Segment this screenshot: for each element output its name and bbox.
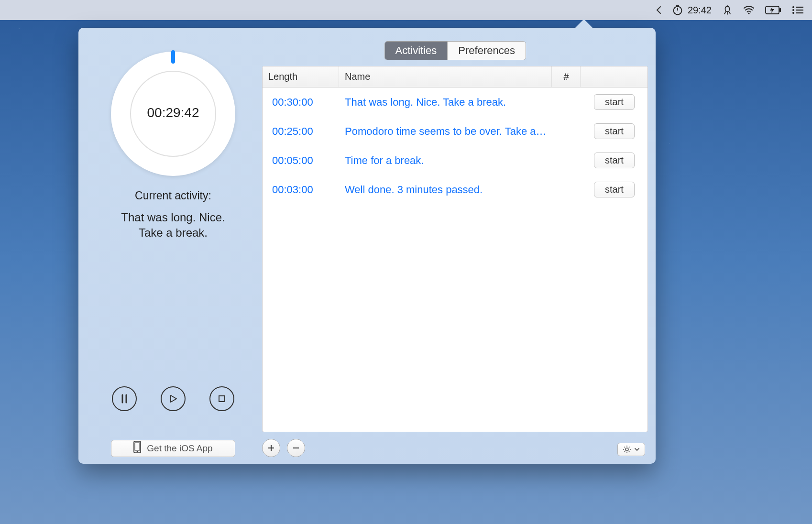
svg-point-10 bbox=[792, 12, 794, 14]
menubar-timer-item[interactable]: 29:42 bbox=[672, 5, 712, 16]
svg-point-21 bbox=[625, 448, 628, 451]
menu-list-icon[interactable] bbox=[792, 6, 803, 14]
table-row[interactable]: 00:25:00Pomodoro time seems to be over. … bbox=[263, 117, 647, 146]
cell-name: Time for a break. bbox=[339, 150, 552, 172]
cell-count bbox=[552, 98, 581, 107]
tab-activities[interactable]: Activities bbox=[385, 42, 448, 60]
settings-button[interactable] bbox=[617, 443, 645, 456]
cell-name: Well done. 3 minutes passed. bbox=[339, 179, 552, 201]
play-button[interactable] bbox=[161, 386, 186, 411]
left-panel: 00:29:42 Current activity: That was long… bbox=[90, 41, 256, 457]
svg-point-3 bbox=[748, 12, 749, 14]
get-ios-app-button[interactable]: Get the iOS App bbox=[111, 440, 235, 457]
start-button[interactable]: start bbox=[594, 94, 635, 110]
cell-length: 00:30:00 bbox=[263, 91, 339, 113]
tab-preferences[interactable]: Preferences bbox=[447, 42, 526, 60]
table-row[interactable]: 00:03:00Well done. 3 minutes passed.star… bbox=[263, 175, 647, 204]
phone-icon bbox=[133, 441, 141, 456]
rocket-icon[interactable] bbox=[722, 5, 733, 15]
start-button[interactable]: start bbox=[594, 153, 635, 168]
menubar: 29:42 bbox=[0, 0, 812, 20]
table-body: 00:30:00That was long. Nice. Take a brea… bbox=[263, 87, 647, 432]
cell-length: 00:03:00 bbox=[263, 179, 339, 201]
col-header-count[interactable]: # bbox=[552, 66, 581, 87]
transport-controls bbox=[112, 386, 234, 411]
cell-count bbox=[552, 127, 581, 136]
col-header-start bbox=[581, 66, 647, 87]
start-button[interactable]: start bbox=[594, 182, 635, 197]
svg-rect-16 bbox=[135, 443, 140, 450]
play-icon bbox=[168, 394, 178, 404]
stop-icon bbox=[218, 394, 226, 403]
battery-icon[interactable] bbox=[765, 6, 781, 14]
wifi-icon[interactable] bbox=[743, 5, 755, 15]
current-activity-label: Current activity: bbox=[135, 189, 211, 202]
svg-point-17 bbox=[137, 451, 138, 452]
pause-button[interactable] bbox=[112, 386, 137, 411]
col-header-length[interactable]: Length bbox=[263, 66, 339, 87]
cell-name: Pomodoro time seems to be over. Take a… bbox=[339, 120, 552, 142]
cell-length: 00:05:00 bbox=[263, 150, 339, 172]
remove-activity-button[interactable] bbox=[287, 439, 305, 457]
svg-rect-5 bbox=[779, 8, 781, 12]
timer-progress-marker bbox=[171, 50, 175, 64]
timer-dial[interactable]: 00:29:42 bbox=[111, 52, 235, 176]
start-button[interactable]: start bbox=[594, 123, 635, 139]
svg-rect-14 bbox=[219, 396, 225, 402]
cell-start: start bbox=[581, 119, 647, 144]
ios-button-label: Get the iOS App bbox=[147, 443, 212, 454]
cell-count bbox=[552, 156, 581, 165]
tabs: Activities Preferences bbox=[384, 41, 526, 60]
svg-point-6 bbox=[792, 6, 794, 8]
table-row[interactable]: 00:30:00That was long. Nice. Take a brea… bbox=[263, 87, 647, 117]
stop-button[interactable] bbox=[209, 386, 234, 411]
current-activity-text: That was long. Nice. Take a break. bbox=[109, 210, 238, 241]
cell-name: That was long. Nice. Take a break. bbox=[339, 91, 552, 113]
cell-start: start bbox=[581, 148, 647, 173]
timer-popover: 00:29:42 Current activity: That was long… bbox=[78, 28, 656, 464]
col-header-name[interactable]: Name bbox=[339, 66, 552, 87]
table-header: Length Name # bbox=[263, 66, 647, 87]
gear-icon bbox=[623, 445, 631, 454]
table-row[interactable]: 00:05:00Time for a break.start bbox=[263, 146, 647, 175]
cell-count bbox=[552, 185, 581, 195]
activities-table: Length Name # 00:30:00That was long. Nic… bbox=[262, 66, 648, 432]
chevron-down-icon bbox=[634, 447, 640, 452]
menubar-timer-text: 29:42 bbox=[688, 5, 712, 16]
cell-start: start bbox=[581, 177, 647, 202]
timer-time-text: 00:29:42 bbox=[147, 105, 199, 120]
menubar-prev-icon[interactable] bbox=[655, 6, 662, 14]
cell-length: 00:25:00 bbox=[263, 120, 339, 142]
cell-start: start bbox=[581, 89, 647, 115]
svg-point-8 bbox=[792, 9, 794, 11]
minus-icon bbox=[292, 444, 300, 452]
pause-icon bbox=[120, 394, 129, 404]
clock-icon bbox=[672, 5, 683, 15]
table-controls bbox=[262, 439, 648, 457]
plus-icon bbox=[267, 444, 275, 452]
right-panel: Activities Preferences Length Name # 00:… bbox=[262, 41, 648, 457]
add-activity-button[interactable] bbox=[262, 439, 280, 457]
